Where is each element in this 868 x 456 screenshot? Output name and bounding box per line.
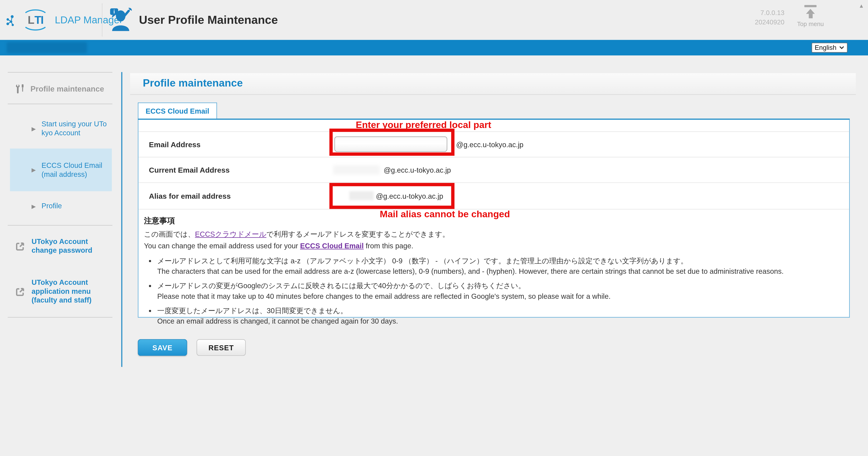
sidebar-link-application-menu[interactable]: UTokyo Account application menu (faculty… bbox=[0, 272, 116, 312]
notes-intro-en-text: from this page. bbox=[364, 241, 413, 250]
eccs-cloud-mail-link-jp[interactable]: ECCSクラウドメール bbox=[195, 230, 266, 238]
sidebar-section-header: Profile maintenance bbox=[16, 80, 104, 97]
sidebar-divider bbox=[8, 225, 112, 226]
save-button[interactable]: SAVE bbox=[138, 339, 187, 356]
language-bar: English bbox=[0, 40, 868, 55]
sidebar-divider bbox=[8, 317, 112, 318]
redacted-username-blob bbox=[7, 42, 87, 53]
red-highlight-box-alias bbox=[330, 183, 455, 209]
sidebar-item-label: Start using your UTokyo Account bbox=[41, 120, 108, 137]
top-menu-label: Top menu bbox=[796, 21, 825, 27]
sidebar-divider bbox=[8, 104, 112, 104]
notes-bullet: 一度変更したメールアドレスは、30日間変更できません。 Once an emai… bbox=[157, 307, 849, 326]
sidebar: Profile maintenance ▶ Start using your U… bbox=[0, 55, 122, 456]
tools-icon bbox=[16, 84, 25, 94]
page: LTI LDAP Manager i User P bbox=[0, 0, 868, 456]
notes-intro-en-text: You can change the email address used fo… bbox=[144, 241, 300, 250]
annotation-enter-local-part: Enter your preferred local part bbox=[351, 120, 495, 131]
redacted-current-local-part bbox=[333, 165, 380, 174]
red-highlight-box-email bbox=[330, 129, 455, 156]
logo-arcs-icon bbox=[20, 8, 51, 32]
current-email-label: Current Email Address bbox=[149, 166, 230, 174]
notes-bullet: メールアドレスの変更がGoogleのシステムに反映されるには最大で40分かかるの… bbox=[157, 282, 849, 301]
bullet-en: Once an email address is changed, it can… bbox=[157, 317, 849, 326]
svg-text:i: i bbox=[114, 9, 115, 15]
sidebar-link-label: UTokyo Account application menu (faculty… bbox=[32, 278, 105, 305]
arrow-right-icon: ▶ bbox=[32, 203, 36, 209]
eccs-cloud-email-link-en[interactable]: ECCS Cloud Email bbox=[300, 241, 364, 250]
form-row-email: Email Address @g.ecc.u-tokyo.ac.jp bbox=[138, 131, 849, 157]
main-content: Profile maintenance ECCS Cloud Email Ent… bbox=[122, 55, 868, 456]
notes-section: 注意事項 この画面では、ECCSクラウドメールで利用するメールアドレスを変更する… bbox=[138, 209, 849, 318]
content-panel: Enter your preferred local part Email Ad… bbox=[138, 120, 850, 318]
collapse-triangle-icon[interactable]: ▲ bbox=[859, 3, 864, 9]
sidebar-item-label: ECCS Cloud Email (mail address) bbox=[41, 161, 108, 179]
bullet-jp: メールアドレスとして利用可能な文字は a-z （アルファベット小文字） 0-9 … bbox=[157, 257, 849, 266]
version-info: 7.0.0.13 20240920 bbox=[755, 8, 784, 27]
sidebar-divider bbox=[8, 72, 112, 73]
bullet-jp: メールアドレスの変更がGoogleのシステムに反映されるには最大で40分かかるの… bbox=[157, 282, 849, 290]
user-profile-icon: i bbox=[110, 7, 132, 33]
sidebar-item-profile[interactable]: ▶ Profile bbox=[10, 195, 112, 217]
language-select[interactable]: English bbox=[811, 43, 847, 53]
sidebar-section-label: Profile maintenance bbox=[30, 84, 104, 93]
alias-label: Alias for email address bbox=[149, 192, 231, 200]
notes-bullet: メールアドレスとして利用可能な文字は a-z （アルファベット小文字） 0-9 … bbox=[157, 257, 849, 276]
sidebar-link-label: UTokyo Account change password bbox=[32, 237, 105, 255]
annotation-alias-note: Mail alias cannot be changed bbox=[380, 209, 510, 220]
lti-logo-mark: LTI bbox=[20, 8, 51, 32]
notes-intro-jp: この画面では、ECCSクラウドメールで利用するメールアドレスを変更することができ… bbox=[144, 230, 849, 239]
current-email-value: @g.ecc.u-tokyo.ac.jp bbox=[383, 166, 451, 174]
version-number: 7.0.0.13 bbox=[755, 8, 784, 18]
ldap-manager-logo[interactable]: LTI LDAP Manager bbox=[6, 8, 123, 32]
external-link-icon bbox=[16, 287, 25, 296]
form-row-current-email: Current Email Address @g.ecc.u-tokyo.ac.… bbox=[138, 157, 849, 182]
tab-eccs-cloud-email[interactable]: ECCS Cloud Email bbox=[138, 103, 217, 119]
header-divider bbox=[102, 3, 102, 36]
bullet-en: The characters that can be used for the … bbox=[157, 267, 849, 276]
sidebar-item-label: Profile bbox=[41, 202, 108, 211]
page-title: Profile maintenance bbox=[143, 77, 856, 89]
notes-intro-jp-text: この画面では、 bbox=[144, 230, 195, 238]
network-nodes-icon bbox=[6, 13, 20, 27]
page-head: i User Profile Maintenance bbox=[110, 7, 278, 33]
email-domain-suffix: @g.ecc.u-tokyo.ac.jp bbox=[456, 140, 523, 149]
external-link-icon bbox=[16, 241, 25, 251]
sidebar-item-eccs-cloud-email[interactable]: ▶ ECCS Cloud Email (mail address) bbox=[10, 148, 112, 191]
form-row-alias: Alias for email address @g.ecc.u-tokyo.a… bbox=[138, 182, 849, 209]
bullet-en: Please note that it may take up to 40 mi… bbox=[157, 292, 849, 301]
app-header: LTI LDAP Manager i User P bbox=[0, 0, 868, 40]
top-menu-icon bbox=[796, 5, 825, 18]
reset-button[interactable]: RESET bbox=[196, 339, 246, 356]
chevron-down-icon bbox=[839, 46, 844, 50]
page-title-band: Profile maintenance bbox=[130, 73, 856, 95]
notes-bullet-list: メールアドレスとして利用可能な文字は a-z （アルファベット小文字） 0-9 … bbox=[146, 257, 849, 326]
email-address-label: Email Address bbox=[149, 140, 200, 149]
page-title-header: User Profile Maintenance bbox=[139, 13, 278, 27]
arrow-right-icon: ▶ bbox=[32, 167, 36, 173]
version-date: 20240920 bbox=[755, 18, 784, 27]
sidebar-item-start-using-utokyo-account[interactable]: ▶ Start using your UTokyo Account bbox=[10, 113, 112, 144]
language-selected-value: English bbox=[815, 44, 837, 52]
arrow-right-icon: ▶ bbox=[32, 125, 36, 132]
sidebar-link-change-password[interactable]: UTokyo Account change password bbox=[0, 232, 116, 260]
bullet-jp: 一度変更したメールアドレスは、30日間変更できません。 bbox=[157, 307, 849, 315]
notes-intro-jp-text: で利用するメールアドレスを変更することができます。 bbox=[266, 230, 450, 238]
top-menu-button[interactable]: Top menu bbox=[796, 5, 825, 27]
notes-intro-en: You can change the email address used fo… bbox=[144, 241, 849, 251]
